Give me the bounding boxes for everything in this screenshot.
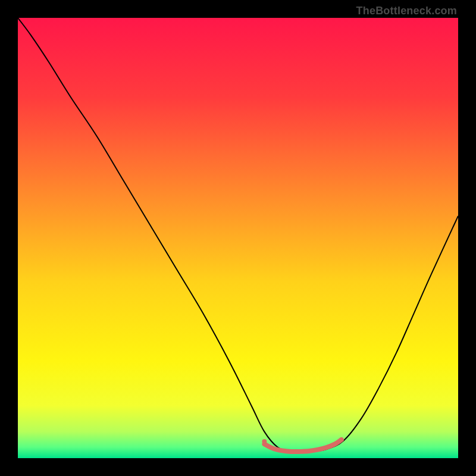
chart-svg [18, 18, 458, 458]
plot-area [18, 18, 458, 458]
chart-frame: TheBottleneck.com [0, 0, 476, 476]
attribution-text: TheBottleneck.com [356, 5, 457, 17]
gradient-background [18, 18, 458, 458]
optimal-range-end-dot [262, 439, 267, 444]
